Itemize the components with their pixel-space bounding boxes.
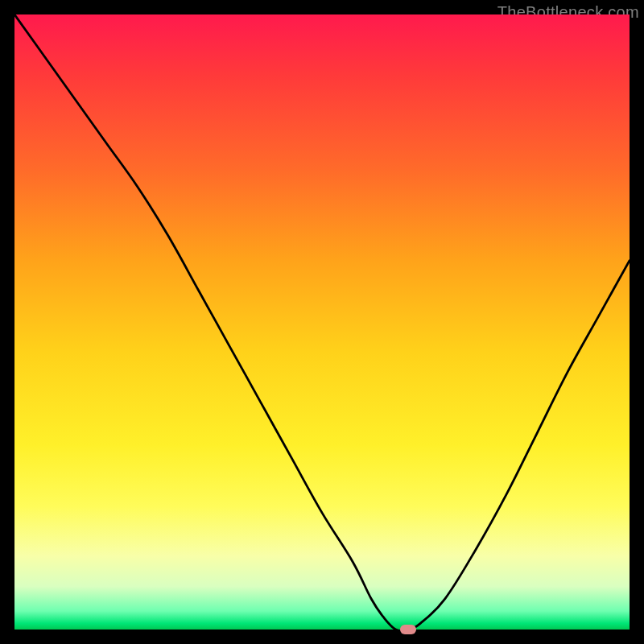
optimal-point-marker [400,625,416,634]
bottleneck-chart: TheBottleneck.com [0,0,644,644]
curve-svg [14,14,630,630]
bottleneck-curve-path [14,14,630,630]
plot-area [14,14,630,630]
